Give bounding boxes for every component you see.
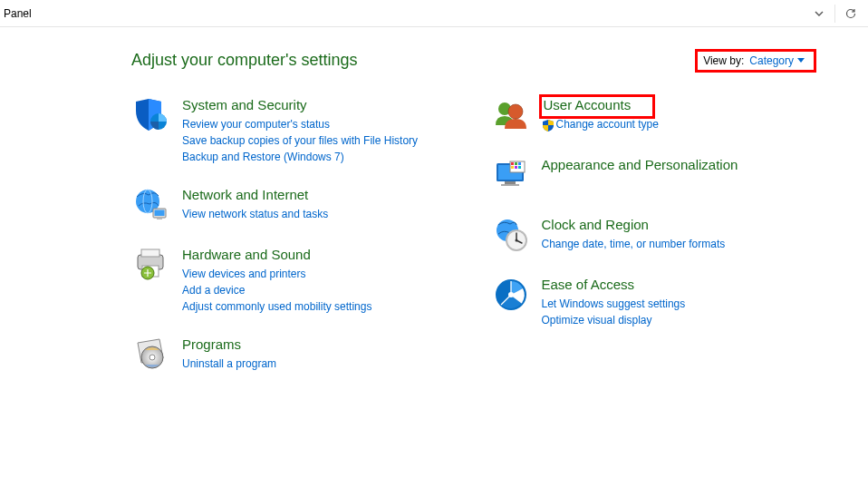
category-title[interactable]: Appearance and Personalization: [542, 157, 738, 172]
page-title: Adjust your computer's settings: [131, 51, 698, 70]
monitor-palette-icon: [491, 155, 531, 195]
link-review-status[interactable]: Review your computer's status: [182, 116, 418, 132]
ease-of-access-icon: [491, 275, 531, 315]
category-system-security: System and Security Review your computer…: [131, 95, 455, 165]
link-suggest-settings[interactable]: Let Windows suggest settings: [542, 296, 686, 312]
svg-rect-21: [515, 162, 517, 165]
category-title[interactable]: Clock and Region: [542, 217, 649, 232]
category-title[interactable]: User Accounts: [544, 97, 632, 112]
link-network-status[interactable]: View network status and tasks: [182, 206, 328, 222]
view-by-value[interactable]: Category: [749, 54, 805, 67]
link-add-device[interactable]: Add a device: [182, 282, 371, 298]
svg-point-29: [515, 239, 517, 242]
svg-rect-18: [501, 184, 519, 186]
svg-rect-17: [505, 181, 516, 184]
uac-shield-icon: [542, 119, 555, 132]
category-title[interactable]: System and Security: [182, 97, 307, 112]
category-ease-of-access: Ease of Access Let Windows suggest setti…: [491, 275, 815, 328]
category-title[interactable]: Programs: [182, 336, 241, 352]
highlight-user-accounts: User Accounts: [542, 97, 653, 116]
svg-rect-7: [141, 249, 159, 257]
category-columns: System and Security Review your computer…: [131, 95, 814, 395]
refresh-icon[interactable]: [837, 1, 864, 26]
svg-rect-23: [511, 166, 514, 169]
svg-rect-20: [511, 162, 514, 165]
titlebar: Panel: [0, 0, 868, 27]
link-file-history[interactable]: Save backup copies of your files with Fi…: [182, 132, 418, 149]
globe-clock-icon: [491, 215, 531, 255]
category-programs: Programs Uninstall a program: [131, 335, 455, 375]
cd-box-icon: [131, 335, 171, 375]
shield-icon: [131, 95, 171, 135]
chevron-down-icon: [797, 58, 805, 63]
divider: [834, 5, 835, 23]
category-title[interactable]: Ease of Access: [542, 277, 635, 292]
left-column: System and Security Review your computer…: [131, 95, 455, 395]
view-by-control[interactable]: View by: Category: [698, 52, 814, 70]
chevron-down-icon[interactable]: [805, 1, 833, 26]
link-optimize-display[interactable]: Optimize visual display: [542, 312, 686, 328]
header-row: Adjust your computer's settings View by:…: [131, 51, 814, 70]
category-user-accounts: User Accounts Change account type: [491, 95, 815, 135]
category-hardware: Hardware and Sound View devices and prin…: [131, 245, 455, 315]
right-column: User Accounts Change account type: [491, 95, 815, 395]
category-appearance: Appearance and Personalization: [491, 155, 815, 195]
category-title[interactable]: Hardware and Sound: [182, 247, 311, 262]
globe-network-icon: [131, 185, 171, 225]
link-mobility-settings[interactable]: Adjust commonly used mobility settings: [182, 298, 371, 315]
category-clock: Clock and Region Change date, time, or n…: [491, 215, 815, 255]
view-by-label: View by:: [703, 54, 744, 67]
link-date-time-formats[interactable]: Change date, time, or number formats: [542, 236, 726, 252]
link-devices-printers[interactable]: View devices and printers: [182, 266, 371, 282]
view-by-value-text: Category: [749, 54, 794, 67]
people-icon: [491, 95, 531, 135]
svg-rect-4: [155, 210, 165, 217]
svg-rect-25: [518, 166, 521, 169]
link-uninstall[interactable]: Uninstall a program: [182, 356, 276, 372]
printer-icon: [131, 245, 171, 285]
window-title: Panel: [4, 7, 805, 20]
category-network: Network and Internet View network status…: [131, 185, 455, 225]
svg-point-11: [149, 355, 155, 360]
category-title[interactable]: Network and Internet: [182, 187, 308, 202]
link-backup-restore[interactable]: Backup and Restore (Windows 7): [182, 149, 418, 165]
link-change-account-type[interactable]: Change account type: [542, 116, 659, 132]
link-text: Change account type: [556, 118, 659, 131]
svg-rect-22: [518, 162, 521, 165]
content-area: Adjust your computer's settings View by:…: [0, 27, 868, 395]
svg-rect-5: [157, 218, 162, 219]
svg-rect-24: [515, 166, 517, 169]
